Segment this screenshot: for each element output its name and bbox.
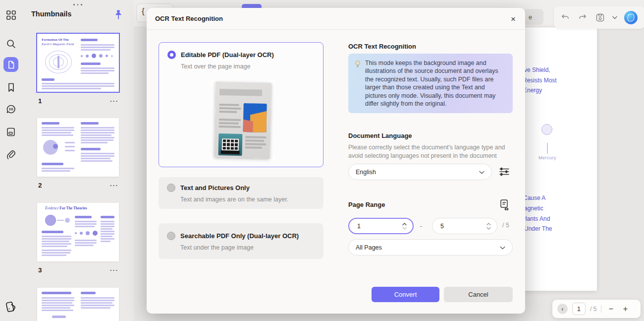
- page-scope-value: All Pages: [356, 244, 382, 251]
- info-box: This mode keeps the background image and…: [348, 54, 513, 113]
- zoom-in-button[interactable]: +: [620, 305, 630, 314]
- planet-tick: [547, 143, 548, 154]
- document-language-hint: Please correctly select the document's l…: [348, 143, 509, 160]
- page-range-label: Page Range: [348, 201, 385, 208]
- thumbnails-panel: Thumbnails Formation Of The Earth's Magn…: [0, 0, 134, 321]
- thumbnail-number: 1: [38, 97, 42, 105]
- document-language-label: Document Language: [348, 132, 412, 139]
- range-to-value: 5: [440, 223, 444, 230]
- option-text-pictures-only[interactable]: Text and Pictures Only Text and images a…: [159, 177, 323, 209]
- thumbnail-more-button[interactable]: ···: [110, 266, 119, 274]
- radio-unselected-icon[interactable]: [167, 232, 175, 240]
- account-avatar[interactable]: [624, 11, 638, 24]
- range-from-value: 1: [357, 223, 361, 230]
- thumbnail-more-button[interactable]: ···: [110, 97, 119, 105]
- option-subtitle: Text and images are on the same layer.: [180, 196, 288, 203]
- ocr-preview-image: [211, 79, 275, 161]
- save-options-chevron-icon[interactable]: [612, 12, 618, 23]
- planet-circle: [541, 124, 552, 135]
- convert-button[interactable]: Convert: [372, 287, 439, 302]
- option-subtitle: Text over the page image: [181, 63, 250, 70]
- page-text-fragment: Cause A: [523, 194, 545, 201]
- language-settings-icon[interactable]: [498, 166, 510, 178]
- option-searchable-pdf[interactable]: Searchable PDF Only (Dual-layer OCR) Tex…: [159, 223, 323, 259]
- bookmark-icon[interactable]: [4, 81, 17, 94]
- app-menu-grid-icon[interactable]: [4, 8, 17, 21]
- section-heading: OCR Text Recognition: [348, 43, 416, 50]
- close-icon[interactable]: ×: [507, 13, 519, 25]
- thumbnail-more-button[interactable]: ···: [110, 182, 119, 189]
- attachment-paperclip-icon[interactable]: [4, 148, 17, 161]
- chevron-down-icon: [479, 169, 484, 176]
- previous-page-button[interactable]: ‹: [557, 304, 568, 314]
- range-separator: -: [420, 222, 422, 230]
- stepper-icons[interactable]: [486, 223, 491, 230]
- ocr-dialog: OCR Text Recognition × Editable PDF (Dua…: [147, 8, 525, 314]
- page-scope-select[interactable]: All Pages: [348, 239, 513, 256]
- page-navigation-bar: ‹ 1 / 5 − +: [552, 300, 641, 318]
- comments-icon[interactable]: [4, 103, 17, 116]
- page-text-fragment: Energy: [523, 87, 542, 94]
- page-text-fragment: Plants And: [522, 215, 550, 222]
- current-page-input[interactable]: 1: [572, 303, 586, 315]
- dialog-header: OCR Text Recognition ×: [147, 8, 525, 30]
- language-select[interactable]: English: [348, 164, 492, 180]
- thumbnail-page-3[interactable]: Evidence For The Theories: [37, 203, 119, 261]
- chevron-down-icon: [500, 244, 505, 251]
- thumbnail-page-2[interactable]: [37, 118, 119, 177]
- range-to-input[interactable]: 5: [432, 218, 497, 234]
- thumbnail-number: 3: [38, 266, 42, 274]
- page-text-fragment: Under The: [524, 225, 552, 232]
- pin-panel-icon[interactable]: [113, 9, 123, 22]
- sidebar-item-thumbnails[interactable]: [3, 57, 18, 72]
- range-from-input[interactable]: 1: [348, 218, 414, 234]
- panel-title: Thumbnails: [31, 10, 71, 18]
- background-tool-icon: {: [142, 6, 145, 16]
- total-pages-label: / 5: [590, 306, 596, 313]
- custom-range-icon[interactable]: [498, 199, 510, 211]
- cancel-button[interactable]: Cancel: [444, 287, 513, 302]
- background-close-button[interactable]: e: [524, 9, 543, 25]
- quick-actions-toolbar: [554, 6, 644, 29]
- zoom-out-button[interactable]: −: [606, 305, 616, 314]
- panel-drag-handle[interactable]: [73, 4, 82, 5]
- radio-selected-icon[interactable]: [167, 51, 176, 59]
- save-button[interactable]: [594, 12, 605, 23]
- option-subtitle: Text under the page image: [180, 244, 254, 251]
- stamp-swatch-icon[interactable]: [4, 300, 17, 313]
- option-title: Text and Pictures Only: [180, 184, 250, 192]
- pager-divider: [601, 305, 601, 313]
- app-window: { e ve Shield, Resists Most Energy Cause…: [0, 0, 644, 321]
- info-text: This mode keeps the background image and…: [365, 59, 507, 108]
- lightbulb-icon: [354, 60, 361, 68]
- page-organize-icon[interactable]: [4, 126, 17, 138]
- undo-button[interactable]: [560, 12, 571, 23]
- option-editable-pdf[interactable]: Editable PDF (Dual-layer OCR) Text over …: [159, 42, 323, 167]
- radio-unselected-icon[interactable]: [167, 184, 175, 192]
- option-title: Editable PDF (Dual-layer OCR): [181, 51, 274, 59]
- page-text-fragment: Resists Most: [523, 77, 557, 84]
- page-text-fragment: ve Shield,: [524, 66, 550, 73]
- thumbnail-page-4[interactable]: [37, 288, 119, 321]
- thumbnail-number: 2: [38, 182, 42, 189]
- search-icon[interactable]: [4, 37, 17, 50]
- range-total-label: / 5: [502, 222, 509, 229]
- planet-label: Mercury: [538, 155, 556, 160]
- dialog-title: OCR Text Recognition: [155, 15, 223, 22]
- option-title: Searchable PDF Only (Dual-layer OCR): [180, 232, 299, 240]
- thumbnail-page-1[interactable]: Formation Of The Earth's Magnetic Field: [37, 34, 119, 92]
- language-select-value: English: [356, 169, 376, 176]
- stepper-icons[interactable]: [402, 223, 407, 230]
- redo-button[interactable]: [577, 12, 588, 23]
